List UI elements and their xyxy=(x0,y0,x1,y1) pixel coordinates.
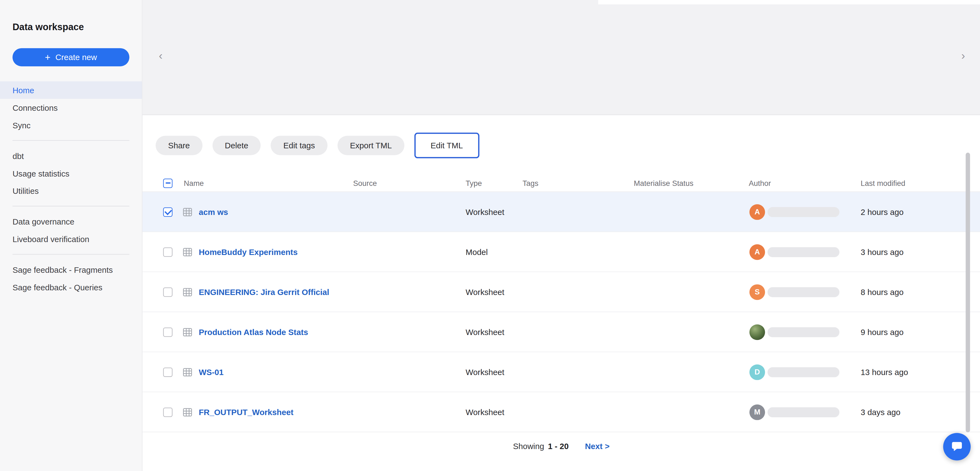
author-avatar: S xyxy=(749,284,765,300)
table-body: acm ws Worksheet A 2 hours ago HomeBuddy… xyxy=(142,192,980,432)
scrollbar-thumb[interactable] xyxy=(966,153,970,432)
row-checkbox[interactable] xyxy=(163,247,173,256)
sidebar-item-utilities[interactable]: Utilities xyxy=(0,182,142,200)
last-modified-text: 13 hours ago xyxy=(861,367,908,377)
chat-launcher-button[interactable] xyxy=(943,433,971,460)
chevron-left-icon[interactable]: ‹ xyxy=(159,50,163,61)
column-header-source: Source xyxy=(353,179,377,187)
focus-ring: Edit TML xyxy=(414,133,479,158)
sidebar-item-dbt[interactable]: dbt xyxy=(0,147,142,164)
worksheet-grid-icon xyxy=(182,287,192,297)
main-panel: ‹ › ShareDeleteEdit tagsExport TMLEdit T… xyxy=(142,0,980,471)
author-avatar: A xyxy=(749,204,765,220)
export-tml-button[interactable]: Export TML xyxy=(337,136,404,155)
app-window: Data workspace + Create new HomeConnecti… xyxy=(0,0,980,471)
item-name-link[interactable]: FR_OUTPUT_Worksheet xyxy=(199,407,294,417)
sidebar-nav: HomeConnectionsSyncdbtUsage statisticsUt… xyxy=(0,81,142,296)
showing-text: Showing1 - 20 xyxy=(513,442,569,451)
chevron-right-icon[interactable]: › xyxy=(961,50,965,61)
row-checkbox[interactable] xyxy=(163,367,173,377)
sidebar-item-home[interactable]: Home xyxy=(0,81,142,99)
author-name-redacted xyxy=(767,327,839,337)
author-name-redacted xyxy=(767,287,839,297)
sidebar-item-sage-feedback-queries[interactable]: Sage feedback - Queries xyxy=(0,278,142,296)
showing-label: Showing xyxy=(513,442,544,451)
column-header-tags: Tags xyxy=(523,179,538,187)
sidebar: Data workspace + Create new HomeConnecti… xyxy=(0,0,142,471)
row-checkbox[interactable] xyxy=(163,207,173,216)
row-checkbox[interactable] xyxy=(163,327,173,336)
table-header: NameSourceTypeTagsMaterialise StatusAuth… xyxy=(142,175,980,192)
column-header-type: Type xyxy=(466,179,482,187)
worksheet-grid-icon xyxy=(182,327,192,337)
worksheet-grid-icon xyxy=(182,367,192,377)
author-name-redacted xyxy=(767,247,839,257)
item-type: Worksheet xyxy=(466,367,504,377)
row-checkbox[interactable] xyxy=(163,287,173,296)
carousel-strip: ‹ › xyxy=(142,0,980,115)
column-header-author: Author xyxy=(749,179,771,187)
table-row[interactable]: Production Atlas Node Stats Worksheet 9 … xyxy=(142,312,980,352)
share-button[interactable]: Share xyxy=(156,136,202,155)
create-new-label: Create new xyxy=(55,53,97,62)
plus-icon: + xyxy=(45,53,50,62)
last-modified-text: 3 hours ago xyxy=(861,247,904,256)
pagination: Showing1 - 20 Next > xyxy=(142,442,980,451)
workspace-title: Data workspace xyxy=(13,21,130,32)
last-modified-text: 3 days ago xyxy=(861,407,900,417)
item-type: Model xyxy=(466,247,488,256)
column-header-last-modified: Last modified xyxy=(861,179,905,187)
edit-tml-button[interactable]: Edit TML xyxy=(418,136,475,155)
author-avatar: D xyxy=(749,364,765,380)
table-row[interactable]: WS-01 Worksheet D 13 hours ago xyxy=(142,352,980,392)
column-header-materialise-status: Materialise Status xyxy=(634,179,694,187)
author-name-redacted xyxy=(767,367,839,377)
chat-bubble-icon xyxy=(951,441,963,453)
worksheet-grid-icon xyxy=(182,247,192,257)
sidebar-divider xyxy=(13,254,130,254)
author-name-redacted xyxy=(767,207,839,217)
item-name-link[interactable]: acm ws xyxy=(199,207,228,216)
last-modified-text: 9 hours ago xyxy=(861,327,904,336)
item-name-link[interactable]: HomeBuddy Experiments xyxy=(199,247,298,256)
table-row[interactable]: HomeBuddy Experiments Model A 3 hours ag… xyxy=(142,232,980,272)
worksheet-grid-icon xyxy=(182,207,192,217)
select-all-checkbox[interactable] xyxy=(163,178,173,187)
item-type: Worksheet xyxy=(466,287,504,296)
toolbar: ShareDeleteEdit tagsExport TMLEdit TML xyxy=(156,133,980,158)
last-modified-text: 8 hours ago xyxy=(861,287,904,296)
sidebar-item-usage-statistics[interactable]: Usage statistics xyxy=(0,164,142,182)
item-type: Worksheet xyxy=(466,327,504,336)
sidebar-divider xyxy=(13,206,130,206)
row-checkbox[interactable] xyxy=(163,407,173,417)
next-page-link[interactable]: Next > xyxy=(585,442,610,451)
item-name-link[interactable]: ENGINEERING: Jira Gerrit Official xyxy=(199,287,329,296)
hero-top-gap xyxy=(598,0,980,5)
last-modified-text: 2 hours ago xyxy=(861,207,904,216)
sidebar-item-data-governance[interactable]: Data governance xyxy=(0,213,142,230)
author-name-redacted xyxy=(767,407,839,417)
showing-range: 1 - 20 xyxy=(548,442,569,451)
item-type: Worksheet xyxy=(466,207,504,216)
author-avatar: M xyxy=(749,404,765,420)
sidebar-divider xyxy=(13,140,130,141)
edit-tags-button[interactable]: Edit tags xyxy=(271,136,328,155)
sidebar-item-liveboard-verification[interactable]: Liveboard verification xyxy=(0,230,142,248)
author-avatar: A xyxy=(749,244,765,260)
item-type: Worksheet xyxy=(466,407,504,417)
delete-button[interactable]: Delete xyxy=(212,136,261,155)
table-row[interactable]: FR_OUTPUT_Worksheet Worksheet M 3 days a… xyxy=(142,392,980,432)
sidebar-item-connections[interactable]: Connections xyxy=(0,99,142,117)
create-new-button[interactable]: + Create new xyxy=(13,48,130,66)
item-name-link[interactable]: Production Atlas Node Stats xyxy=(199,327,308,336)
sidebar-item-sage-feedback-fragments[interactable]: Sage feedback - Fragments xyxy=(0,261,142,279)
author-avatar-photo xyxy=(749,324,765,340)
sidebar-item-sync[interactable]: Sync xyxy=(0,116,142,134)
table-row[interactable]: acm ws Worksheet A 2 hours ago xyxy=(142,192,980,232)
table-row[interactable]: ENGINEERING: Jira Gerrit Official Worksh… xyxy=(142,272,980,312)
item-name-link[interactable]: WS-01 xyxy=(199,367,224,377)
worksheet-grid-icon xyxy=(182,407,192,417)
column-header-name: Name xyxy=(184,179,204,187)
